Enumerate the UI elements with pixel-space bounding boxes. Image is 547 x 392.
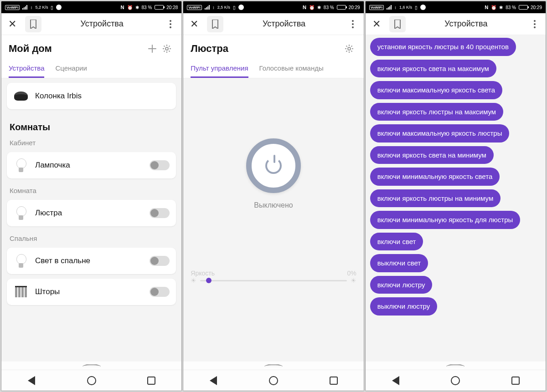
voice-command-chip[interactable]: включи максимальную яркость света (370, 81, 503, 99)
bookmark-icon[interactable] (207, 16, 223, 32)
sim-icon: ▯ (51, 5, 53, 10)
bulb-icon (13, 158, 29, 173)
bookmark-icon[interactable] (25, 16, 41, 32)
tab-devices[interactable]: Устройства (9, 60, 44, 78)
close-icon[interactable]: ✕ (368, 16, 385, 32)
app-bar: ✕ Устройства (366, 13, 546, 35)
messenger-icon (420, 5, 426, 10)
back-button[interactable] (390, 375, 402, 387)
battery-icon (519, 5, 528, 10)
phone-screen-1: VoWiFi ↕ 5,2 K/s ▯ N ⏰ ✱ 83 % 20:28 ✕ Ус… (1, 1, 182, 391)
bluetooth-icon: ✱ (135, 5, 139, 10)
network-speed: 1,6 K/s (399, 5, 412, 10)
bookmark-icon[interactable] (389, 16, 406, 32)
power-control-area: Выключено (183, 78, 363, 270)
messenger-icon (56, 5, 62, 10)
device-label: Свет в спальне (35, 256, 143, 265)
gear-icon[interactable] (342, 41, 356, 56)
voice-command-chip[interactable]: включи яркость люстры на максимум (370, 103, 503, 121)
voice-command-chip[interactable]: выключи свет (370, 254, 428, 272)
menu-icon[interactable] (345, 16, 361, 32)
voice-command-chip[interactable]: включи минимальную яркость для люстры (370, 211, 521, 229)
plus-icon[interactable] (145, 41, 160, 56)
arrow-icon: ↕ (212, 5, 215, 10)
home-button[interactable] (449, 375, 461, 387)
power-button[interactable] (246, 138, 301, 193)
vowifi-badge: VoWiFi (369, 5, 384, 10)
content-pane: установи яркость люстры в 40 процентов в… (366, 35, 546, 361)
slider-track[interactable] (200, 280, 346, 281)
curtain-icon (13, 284, 29, 300)
nfc-icon: N (485, 5, 488, 10)
device-label: Лампочка (35, 161, 143, 170)
home-button[interactable] (86, 375, 98, 387)
svg-point-0 (165, 47, 168, 50)
status-bar: VoWiFi ↕ 2,5 K/s ▯ N ⏰ ✱ 83 % 20:29 (183, 1, 363, 13)
page-title: Устройства (410, 19, 522, 29)
brightness-label: Яркость (191, 270, 215, 277)
vowifi-badge: VoWiFi (187, 5, 201, 10)
recent-button[interactable] (328, 375, 340, 387)
home-button[interactable] (268, 375, 279, 387)
device-card[interactable]: Свет в спальне (7, 248, 176, 274)
menu-icon[interactable] (526, 16, 543, 32)
recent-button[interactable] (510, 375, 521, 387)
close-icon[interactable]: ✕ (186, 16, 202, 32)
voice-command-chip[interactable]: включи яркость света на максимум (370, 60, 496, 78)
device-label: Шторы (35, 287, 143, 296)
speaker-icon (13, 88, 29, 104)
drawer-handle[interactable] (366, 361, 546, 370)
slider-thumb[interactable] (206, 278, 212, 283)
back-button[interactable] (207, 375, 219, 387)
toggle-switch[interactable] (150, 208, 170, 218)
phone-screen-3: VoWiFi ↕ 1,6 K/s ▯ N ⏰ ✱ 83 % 20:29 ✕ Ус… (365, 1, 546, 391)
bluetooth-icon: ✱ (317, 5, 321, 10)
voice-command-chip[interactable]: включи максимальную яркость люстры (370, 124, 510, 143)
network-speed: 2,5 K/s (217, 5, 230, 10)
tab-scenarios[interactable]: Сценарии (55, 60, 87, 78)
status-bar: VoWiFi ↕ 1,6 K/s ▯ N ⏰ ✱ 83 % 20:29 (366, 1, 546, 13)
device-card[interactable]: Шторы (7, 279, 176, 305)
menu-icon[interactable] (162, 16, 179, 32)
voice-command-chip[interactable]: выключи люстру (370, 297, 438, 316)
signal-icon (387, 5, 392, 10)
power-status: Выключено (254, 201, 293, 209)
gear-icon[interactable] (160, 41, 174, 56)
drawer-handle[interactable] (1, 361, 181, 370)
voice-command-chip[interactable]: включи минимальную яркость света (370, 168, 500, 186)
toggle-switch[interactable] (150, 256, 170, 266)
sim-icon: ▯ (233, 5, 236, 10)
page-title: Устройства (228, 19, 340, 29)
recent-button[interactable] (145, 375, 157, 387)
device-card[interactable]: Лампочка (7, 152, 176, 178)
toggle-switch[interactable] (150, 287, 170, 297)
tabs: Устройства Сценарии (1, 60, 181, 78)
tab-control[interactable]: Пульт управления (191, 60, 248, 78)
power-icon (265, 158, 282, 174)
drawer-handle[interactable] (183, 361, 363, 370)
section-header: Мой дом (1, 35, 181, 60)
android-nav (1, 370, 181, 391)
voice-command-chip[interactable]: включи свет (370, 233, 423, 251)
brightness-slider[interactable]: ☀ ☀ (183, 277, 363, 291)
home-title: Мой дом (9, 43, 145, 55)
close-icon[interactable]: ✕ (4, 16, 21, 32)
alarm-icon: ⏰ (491, 5, 496, 10)
signal-icon (22, 5, 27, 10)
voice-command-chip[interactable]: установи яркость люстры в 40 процентов (370, 38, 516, 56)
toggle-switch[interactable] (150, 160, 170, 170)
vowifi-badge: VoWiFi (5, 5, 20, 10)
device-card[interactable]: Люстра (7, 200, 176, 226)
clock: 20:29 (349, 5, 360, 10)
tab-voice[interactable]: Голосовые команды (259, 60, 324, 78)
voice-command-chip[interactable]: включи яркость люстры на минимум (370, 189, 501, 208)
voice-command-chip[interactable]: включи яркость света на минимум (370, 146, 494, 164)
arrow-icon: ↕ (30, 5, 32, 10)
back-button[interactable] (26, 375, 37, 387)
speaker-card[interactable]: Колонка Irbis (7, 83, 176, 109)
tabs: Пульт управления Голосовые команды (183, 60, 363, 78)
clock: 20:29 (531, 5, 542, 10)
voice-command-chip[interactable]: включи люстру (370, 276, 433, 294)
clock: 20:28 (166, 5, 178, 10)
room-label: Спальня (1, 231, 181, 243)
